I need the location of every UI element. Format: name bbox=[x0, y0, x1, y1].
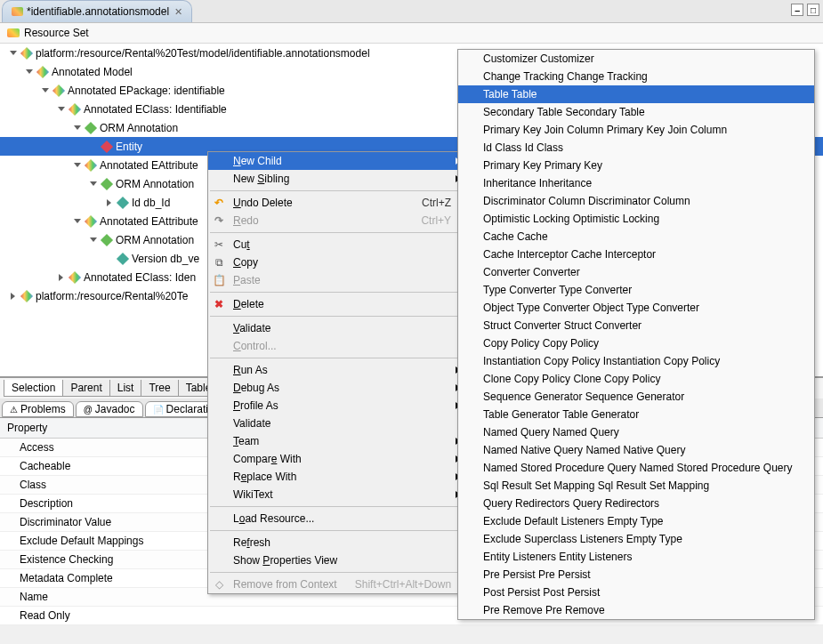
expand-icon[interactable] bbox=[105, 198, 114, 207]
submenu-item[interactable]: Named Stored Procedure Query Named Store… bbox=[458, 459, 814, 477]
maximize-button[interactable]: □ bbox=[807, 4, 819, 16]
child-type-icon bbox=[463, 604, 475, 616]
submenu-item[interactable]: Table Generator Table Generator bbox=[458, 406, 814, 423]
collapse-icon[interactable] bbox=[9, 49, 18, 58]
submenu-item[interactable]: Discriminator Column Discriminator Colum… bbox=[458, 192, 814, 210]
view-icon: @ bbox=[84, 405, 93, 415]
menu-separator bbox=[210, 530, 467, 531]
collapse-icon[interactable] bbox=[73, 161, 82, 170]
menu-item[interactable]: Run As bbox=[208, 361, 469, 379]
expand-icon[interactable] bbox=[9, 292, 18, 301]
collapse-icon[interactable] bbox=[73, 124, 82, 133]
menu-item[interactable]: Refresh bbox=[208, 534, 469, 551]
menu-item[interactable]: Validate bbox=[208, 415, 469, 432]
del-icon: ✖ bbox=[213, 298, 225, 310]
tree-node-label: platform:/resource/Rental%20Test/model/i… bbox=[36, 47, 370, 60]
collapse-icon[interactable] bbox=[41, 86, 50, 95]
submenu-item[interactable]: Entity Listeners Entity Listeners bbox=[458, 548, 814, 566]
submenu-item[interactable]: Id Class Id Class bbox=[458, 139, 814, 157]
submenu-item-label: Optimistic Locking Optimistic Locking bbox=[483, 213, 659, 225]
mode-tab-tree[interactable]: Tree bbox=[141, 380, 178, 397]
menu-item[interactable]: WikiText bbox=[208, 486, 469, 503]
menu-item[interactable]: Replace With bbox=[208, 468, 469, 486]
submenu-item[interactable]: Clone Copy Policy Clone Copy Policy bbox=[458, 370, 814, 388]
submenu-item[interactable]: Post Persist Post Persist bbox=[458, 584, 814, 601]
collapse-icon[interactable] bbox=[89, 180, 98, 189]
node-icon bbox=[117, 252, 129, 264]
menu-item-label: New Sibling bbox=[233, 173, 289, 185]
submenu-item[interactable]: Pre Remove Pre Remove bbox=[458, 601, 814, 619]
submenu-item[interactable]: Secondary Table Secondary Table bbox=[458, 103, 814, 121]
submenu-item[interactable]: Change Tracking Change Tracking bbox=[458, 68, 814, 85]
menu-item[interactable]: Compare With bbox=[208, 450, 469, 468]
submenu-item-label: Object Type Converter Object Type Conver… bbox=[483, 302, 699, 314]
menu-item[interactable]: ✖Delete bbox=[208, 295, 469, 313]
submenu-item[interactable]: Customizer Customizer bbox=[458, 50, 814, 68]
submenu-item[interactable]: Cache Cache bbox=[458, 228, 814, 246]
child-type-icon bbox=[463, 337, 475, 350]
submenu-item[interactable]: Sequence Generator Sequence Generator bbox=[458, 388, 814, 406]
view-tab-declarati[interactable]: 📄Declarati bbox=[145, 401, 216, 417]
submenu-item-label: Exclude Superclass Listeners Empty Type bbox=[483, 533, 682, 545]
undo-icon: ↶ bbox=[213, 197, 225, 209]
collapse-icon[interactable] bbox=[25, 68, 34, 76]
menu-item[interactable]: ↶Undo DeleteCtrl+Z bbox=[208, 194, 469, 212]
child-type-icon bbox=[463, 266, 475, 278]
menu-item[interactable]: Validate bbox=[208, 319, 469, 337]
collapse-icon[interactable] bbox=[73, 217, 82, 226]
submenu-item[interactable]: Exclude Superclass Listeners Empty Type bbox=[458, 530, 814, 548]
mode-tab-parent[interactable]: Parent bbox=[62, 380, 109, 397]
keyboard-shortcut: Ctrl+Z bbox=[404, 197, 451, 209]
menu-item[interactable]: Team bbox=[208, 432, 469, 450]
menu-item[interactable]: New Sibling bbox=[208, 170, 469, 188]
submenu-item[interactable]: Instantiation Copy Policy Instantiation … bbox=[458, 352, 814, 370]
submenu-item[interactable]: Exclude Default Listeners Empty Type bbox=[458, 512, 814, 530]
redo-icon: ↷ bbox=[213, 214, 225, 227]
submenu-item[interactable]: Named Query Named Query bbox=[458, 423, 814, 441]
submenu-item[interactable]: Sql Result Set Mapping Sql Result Set Ma… bbox=[458, 477, 814, 495]
submenu-item[interactable]: Query Redirectors Query Redirectors bbox=[458, 495, 814, 512]
submenu-item[interactable]: Named Native Query Named Native Query bbox=[458, 441, 814, 459]
mode-tab-list[interactable]: List bbox=[109, 380, 142, 397]
menu-item-label: Load Resource... bbox=[233, 512, 314, 525]
submenu-item[interactable]: Copy Policy Copy Policy bbox=[458, 334, 814, 352]
view-tab-label: Declarati bbox=[166, 403, 208, 415]
mode-tab-selection[interactable]: Selection bbox=[4, 380, 63, 397]
menu-item[interactable]: Load Resource... bbox=[208, 510, 469, 527]
submenu-item[interactable]: Pre Persist Pre Persist bbox=[458, 566, 814, 584]
submenu-item[interactable]: Table Table bbox=[458, 85, 814, 103]
menu-item[interactable]: New Child bbox=[208, 152, 469, 170]
submenu-item[interactable]: Optimistic Locking Optimistic Locking bbox=[458, 210, 814, 228]
submenu-item[interactable]: Converter Converter bbox=[458, 263, 814, 281]
menu-item[interactable]: Profile As bbox=[208, 397, 469, 415]
menu-item[interactable]: Debug As bbox=[208, 379, 469, 397]
child-type-icon bbox=[463, 515, 475, 527]
submenu-item[interactable]: Cache Interceptor Cache Interceptor bbox=[458, 246, 814, 263]
menu-item[interactable]: ⧉Copy bbox=[208, 254, 469, 271]
submenu-item[interactable]: Primary Key Primary Key bbox=[458, 157, 814, 174]
submenu-item[interactable]: Primary Key Join Column Primary Key Join… bbox=[458, 121, 814, 139]
expand-icon[interactable] bbox=[57, 273, 66, 282]
node-icon bbox=[36, 65, 49, 77]
child-type-icon bbox=[463, 52, 475, 65]
collapse-icon[interactable] bbox=[57, 105, 66, 114]
close-icon[interactable]: ✕ bbox=[174, 6, 182, 18]
menu-item[interactable]: Show Properties View bbox=[208, 551, 469, 569]
child-type-icon bbox=[463, 230, 475, 243]
view-tab-problems[interactable]: ⚠Problems bbox=[2, 401, 74, 417]
tree-node-label: ORM Annotation bbox=[116, 178, 194, 190]
context-menu[interactable]: New ChildNew Sibling↶Undo DeleteCtrl+Z↷R… bbox=[207, 151, 470, 594]
menu-item[interactable]: ✂Cut bbox=[208, 236, 469, 254]
submenu-item[interactable]: Object Type Converter Object Type Conver… bbox=[458, 299, 814, 317]
submenu-item[interactable]: Struct Converter Struct Converter bbox=[458, 317, 814, 334]
collapse-icon[interactable] bbox=[89, 236, 98, 245]
submenu-item[interactable]: Type Converter Type Converter bbox=[458, 281, 814, 299]
editor-tab[interactable]: *identifiable.annotationsmodel ✕ bbox=[2, 0, 192, 22]
new-child-submenu[interactable]: Customizer CustomizerChange Tracking Cha… bbox=[457, 49, 815, 620]
tree-node-label: Entity bbox=[116, 141, 142, 153]
node-icon bbox=[52, 84, 65, 96]
minimize-button[interactable]: ‒ bbox=[791, 4, 803, 16]
paste-icon: 📋 bbox=[213, 274, 225, 286]
submenu-item[interactable]: Inheritance Inheritance bbox=[458, 174, 814, 192]
view-tab-javadoc[interactable]: @Javadoc bbox=[76, 401, 143, 417]
